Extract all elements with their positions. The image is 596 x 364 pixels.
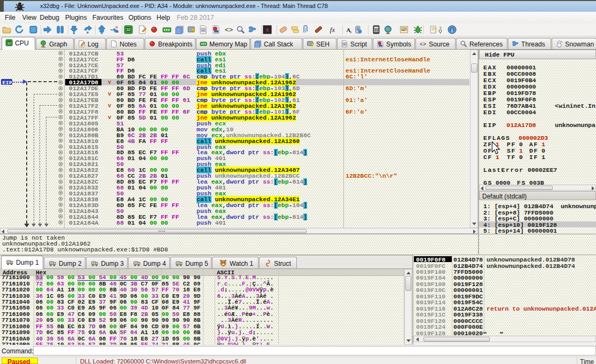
svg-text:S: S [266,27,269,33]
svg-text:o: o [202,28,205,32]
svg-text:z: z [350,30,351,34]
svg-text:<>: <> [420,42,426,48]
svg-text:<>: <> [225,26,233,34]
svg-text:32: 32 [127,28,131,31]
svg-text:o: o [343,43,345,46]
svg-text:fx: fx [330,26,335,34]
svg-text:32: 32 [7,42,11,45]
svg-text:i: i [451,27,453,33]
